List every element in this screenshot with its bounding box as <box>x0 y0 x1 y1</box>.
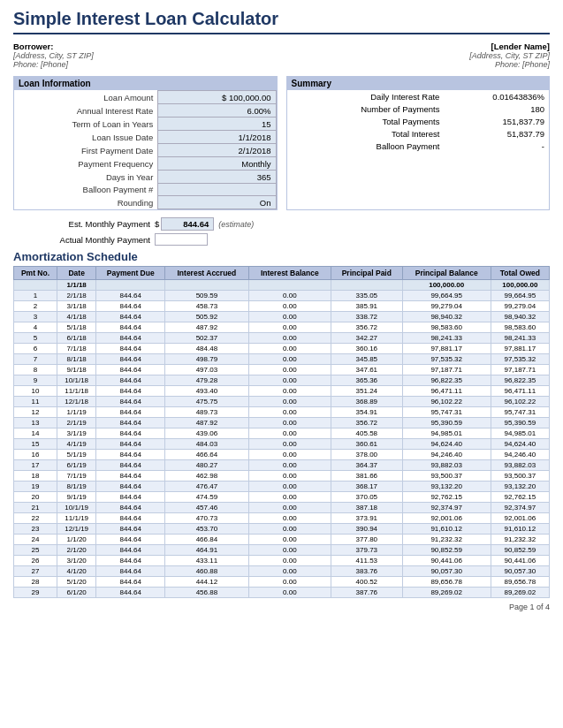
amort-row: 176/1/19844.64480.270.00364.3793,882.039… <box>14 460 550 471</box>
amort-cell: 0.00 <box>248 365 331 375</box>
amort-row: 121/1/19844.64489.730.00354.9195,747.319… <box>14 407 550 418</box>
amort-cell: 15 <box>14 439 57 450</box>
loan-field-value <box>158 184 276 196</box>
amort-cell: 3 <box>14 312 57 322</box>
amort-cell: 3/1/19 <box>57 428 95 439</box>
amort-cell: 3/1/20 <box>57 556 95 566</box>
amort-cell: 89,656.78 <box>491 577 549 588</box>
est-dollar-sign: $ <box>155 219 159 229</box>
amort-cell: 98,241.33 <box>402 333 491 344</box>
amort-cell: 9 <box>14 375 57 386</box>
amort-cell: 444.12 <box>165 577 249 588</box>
amort-cell: 844.64 <box>96 322 165 333</box>
amort-cell: 0.00 <box>248 301 331 312</box>
amort-cell: 94,624.40 <box>402 439 491 450</box>
summary-field-label: Daily Interest Rate <box>287 90 445 102</box>
loan-field-value: Monthly <box>158 157 276 171</box>
loan-info-row: First Payment Date2/1/2018 <box>14 144 276 157</box>
amort-cell: 354.91 <box>331 407 402 418</box>
est-payment-row: Est. Monthly Payment $ 844.64 (estimate) <box>13 217 550 231</box>
amort-cell: 99,279.04 <box>491 301 549 312</box>
amort-cell: 0.00 <box>248 344 331 354</box>
amort-cell: 433.11 <box>165 556 249 566</box>
summary-field-value: 180 <box>444 102 549 115</box>
amort-cell: 17 <box>14 460 57 471</box>
amort-cell: 28 <box>14 577 57 588</box>
amort-cell: 381.66 <box>331 471 402 482</box>
amort-cell: 844.64 <box>96 482 165 492</box>
est-payment-note: (estimate) <box>218 220 254 229</box>
amort-row: 89/1/18844.64497.030.00347.6197,187.7197… <box>14 365 550 375</box>
amort-cell: 0.00 <box>248 418 331 428</box>
amort-cell: 90,057.30 <box>402 566 491 577</box>
amort-cell: 97,881.17 <box>402 344 491 354</box>
amort-cell: 3/1/18 <box>57 301 95 312</box>
amort-cell: 368.17 <box>331 482 402 492</box>
amort-cell: 7/1/18 <box>57 344 95 354</box>
amort-row: 143/1/19844.64439.060.00405.5894,985.019… <box>14 428 550 439</box>
loan-info-row: Days in Year365 <box>14 171 276 184</box>
amort-cell: 844.64 <box>96 375 165 386</box>
amort-cell: 94,246.40 <box>402 450 491 460</box>
amort-cell: 96,471.11 <box>491 386 549 397</box>
borrower-phone: Phone: [Phone] <box>13 60 94 69</box>
amort-cell: 844.64 <box>96 386 165 397</box>
amort-cell: 5 <box>14 333 57 344</box>
amort-row: 165/1/19844.64466.640.00378.0094,246.409… <box>14 450 550 460</box>
amort-cell: 90,441.06 <box>491 556 549 566</box>
summary-field-value: 0.01643836% <box>444 90 549 102</box>
loan-info-row: Payment FrequencyMonthly <box>14 157 276 171</box>
amort-cell: 92,001.06 <box>491 513 549 524</box>
amort-cell: 373.91 <box>331 513 402 524</box>
amort-cell: 94,985.01 <box>402 428 491 439</box>
amort-cell: 22 <box>14 513 57 524</box>
amort-cell: 4/1/20 <box>57 566 95 577</box>
amort-row: 23/1/18844.64458.730.00385.9199,279.0499… <box>14 301 550 312</box>
amort-cell: 8 <box>14 365 57 375</box>
amort-row: 2312/1/19844.64453.700.00390.9491,610.12… <box>14 524 550 535</box>
amort-cell: 2 <box>14 301 57 312</box>
amort-cell: 0.00 <box>248 471 331 482</box>
amort-cell: 95,390.59 <box>491 418 549 428</box>
amort-cell: 4/1/19 <box>57 439 95 450</box>
amort-cell: 4 <box>14 322 57 333</box>
amort-cell: 94,985.01 <box>491 428 549 439</box>
amort-cell: 97,535.32 <box>491 354 549 365</box>
amort-cell: 98,583.60 <box>402 322 491 333</box>
amort-cell: 844.64 <box>96 524 165 535</box>
amort-col-header: Date <box>57 267 95 280</box>
amort-cell: 377.80 <box>331 535 402 545</box>
amort-cell: 89,656.78 <box>402 577 491 588</box>
amort-cell: 100,000.00 <box>402 280 491 291</box>
amort-cell: 91,610.12 <box>491 524 549 535</box>
amort-cell: 338.72 <box>331 312 402 322</box>
amort-row: 263/1/20844.64433.110.00411.5390,441.069… <box>14 556 550 566</box>
amort-cell: 844.64 <box>96 588 165 598</box>
amort-cell: 93,500.37 <box>402 471 491 482</box>
amort-row: 274/1/20844.64460.880.00383.7690,057.309… <box>14 566 550 577</box>
amort-cell: 505.92 <box>165 312 249 322</box>
loan-info-row: Balloon Payment # <box>14 184 276 196</box>
amort-cell: 439.06 <box>165 428 249 439</box>
amort-cell: 0.00 <box>248 460 331 471</box>
amort-cell: 844.64 <box>96 450 165 460</box>
summary-box: Summary Daily Interest Rate0.01643836%Nu… <box>286 76 551 210</box>
amort-cell: 12/1/18 <box>57 397 95 407</box>
amort-cell: 0.00 <box>248 450 331 460</box>
amort-cell: 844.64 <box>96 492 165 503</box>
amort-cell: 0.00 <box>248 482 331 492</box>
actual-payment-label: Actual Monthly Payment <box>31 235 155 245</box>
amort-cell: 6/1/20 <box>57 588 95 598</box>
loan-info-row: RoundingOn <box>14 196 276 209</box>
borrower-address: [Address, City, ST ZIP] <box>13 51 94 60</box>
amort-row: 209/1/19844.64474.590.00370.0592,762.159… <box>14 492 550 503</box>
amort-cell: 99,664.95 <box>402 291 491 301</box>
amort-cell: 502.37 <box>165 333 249 344</box>
lender-address: [Address, City, ST ZIP] <box>469 51 550 60</box>
amort-cell: 21 <box>14 503 57 513</box>
amort-cell: 464.91 <box>165 545 249 556</box>
amort-cell: 844.64 <box>96 577 165 588</box>
amort-cell: 1/1/20 <box>57 535 95 545</box>
amort-cell: 0.00 <box>248 322 331 333</box>
actual-payment-input[interactable] <box>155 233 208 246</box>
